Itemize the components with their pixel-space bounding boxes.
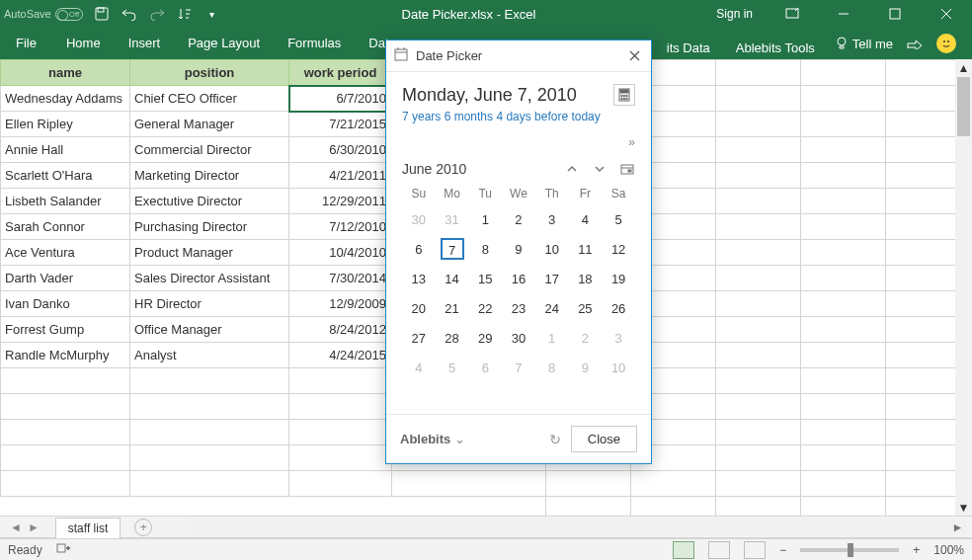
cell[interactable]: 7/12/2010	[289, 214, 392, 240]
cell[interactable]: Ace Ventura	[1, 240, 130, 266]
date-calculator-icon[interactable]	[613, 84, 635, 106]
tab-nav-prev-icon[interactable]: ◄	[10, 520, 22, 534]
cell[interactable]: Ellen Ripley	[1, 112, 130, 137]
calendar-day[interactable]: 11	[569, 234, 603, 264]
calendar-day[interactable]: 20	[402, 293, 436, 323]
calendar-day[interactable]: 17	[535, 264, 569, 293]
zoom-in-icon[interactable]: +	[913, 543, 920, 557]
cell[interactable]: 8/24/2012	[289, 317, 392, 343]
ablebits-brand[interactable]: Ablebits⌄	[400, 432, 465, 446]
expand-icon[interactable]: »	[628, 135, 635, 149]
calendar-day[interactable]: 6	[468, 353, 502, 382]
next-month-icon[interactable]	[592, 161, 608, 177]
cell[interactable]: Annie Hall	[1, 137, 130, 163]
calendar-day[interactable]: 12	[602, 234, 635, 264]
prev-month-icon[interactable]	[564, 161, 580, 177]
minimize-icon[interactable]	[822, 0, 865, 28]
calendar-day[interactable]: 1	[535, 323, 569, 353]
calendar-day[interactable]: 28	[436, 323, 469, 353]
tab-insert[interactable]: Insert	[115, 28, 175, 59]
calendar-day[interactable]: 30	[402, 204, 436, 234]
cell[interactable]	[130, 394, 289, 420]
qat-customize-icon[interactable]: ▾	[203, 5, 221, 23]
vertical-scrollbar[interactable]: ▲ ▼	[955, 59, 972, 516]
calendar-day[interactable]: 8	[535, 353, 569, 382]
col-header-name[interactable]: name	[1, 60, 130, 86]
cell[interactable]	[1, 368, 130, 394]
tab-nav-next-icon[interactable]: ►	[28, 520, 40, 534]
cell[interactable]: Lisbeth Salander	[1, 189, 130, 214]
scroll-thumb[interactable]	[957, 77, 970, 136]
calendar-day[interactable]: 10	[602, 353, 635, 382]
tellme[interactable]: Tell me	[835, 37, 893, 51]
cell[interactable]: Analyst	[130, 343, 289, 368]
cell[interactable]: Ivan Danko	[1, 291, 130, 317]
calendar-day[interactable]: 22	[468, 293, 502, 323]
undo-icon[interactable]	[121, 5, 138, 23]
calendar-day[interactable]: 4	[569, 204, 603, 234]
calendar-day[interactable]: 10	[535, 234, 569, 264]
cell[interactable]	[1, 445, 130, 471]
autosave-toggle[interactable]: AutoSave Off	[4, 8, 83, 21]
cell[interactable]	[130, 368, 289, 394]
cell[interactable]: Scarlett O'Hara	[1, 163, 130, 189]
cell[interactable]	[289, 394, 392, 420]
calendar-day[interactable]: 6	[402, 234, 436, 264]
scroll-down-icon[interactable]: ▼	[955, 499, 972, 516]
cell[interactable]	[130, 420, 289, 445]
calendar-day[interactable]: 14	[436, 264, 469, 293]
cell[interactable]: 7/30/2014	[289, 266, 392, 291]
calendar-day[interactable]: 21	[436, 293, 469, 323]
calendar-day[interactable]: 18	[569, 264, 603, 293]
calendar-day[interactable]: 8	[468, 234, 502, 264]
cell[interactable]	[289, 420, 392, 445]
cell[interactable]: Wednesday Addams	[1, 86, 130, 112]
tab-home[interactable]: Home	[52, 28, 115, 59]
tab-file[interactable]: File	[0, 28, 52, 59]
cell[interactable]: Randle McMurphy	[1, 343, 130, 368]
calendar-day[interactable]: 5	[602, 204, 635, 234]
calendar-day[interactable]: 9	[569, 353, 603, 382]
cell[interactable]	[289, 368, 392, 394]
tab-ablebits-data-partial[interactable]: its Data	[661, 33, 716, 55]
cell[interactable]: Marketing Director	[130, 163, 289, 189]
cell[interactable]: 12/9/2009	[289, 291, 392, 317]
cell[interactable]: 4/24/2015	[289, 343, 392, 368]
ribbon-display-options-icon[interactable]	[770, 0, 814, 28]
today-icon[interactable]	[619, 161, 635, 177]
share-icon[interactable]	[907, 36, 923, 52]
cell[interactable]	[289, 445, 392, 471]
cell[interactable]: Forrest Gump	[1, 317, 130, 343]
calendar-day[interactable]: 24	[535, 293, 569, 323]
feedback-smiley-icon[interactable]	[936, 34, 956, 53]
calendar-day[interactable]: 4	[402, 353, 436, 382]
cell[interactable]	[1, 420, 130, 445]
cell[interactable]: HR Director	[130, 291, 289, 317]
sort-icon[interactable]	[176, 5, 194, 23]
calendar-day[interactable]: 1	[468, 204, 502, 234]
cell[interactable]	[289, 471, 392, 497]
calendar-day[interactable]: 7	[436, 234, 469, 264]
cell[interactable]	[1, 471, 130, 497]
view-normal-icon[interactable]	[673, 541, 694, 559]
calendar-day[interactable]: 3	[602, 323, 635, 353]
tab-page-layout[interactable]: Page Layout	[174, 28, 274, 59]
cell[interactable]: Darth Vader	[1, 266, 130, 291]
calendar-day[interactable]: 29	[468, 323, 502, 353]
close-icon[interactable]	[925, 0, 968, 28]
calendar-day[interactable]: 25	[569, 293, 603, 323]
calendar-day[interactable]: 23	[502, 293, 535, 323]
signin-link[interactable]: Sign in	[716, 7, 753, 21]
hscroll-right-icon[interactable]: ►	[949, 519, 966, 535]
scroll-up-icon[interactable]: ▲	[955, 59, 972, 76]
hscroll-left-icon[interactable]: ◄	[192, 519, 208, 535]
redo-icon[interactable]	[148, 5, 166, 23]
calendar-day[interactable]: 3	[535, 204, 569, 234]
close-button[interactable]: Close	[571, 426, 637, 452]
cell[interactable]: Chief CEO Officer	[130, 86, 289, 112]
cell[interactable]	[1, 394, 130, 420]
calendar-day[interactable]: 26	[602, 293, 635, 323]
cell[interactable]: Office Manager	[130, 317, 289, 343]
cell[interactable]: Purchasing Director	[130, 214, 289, 240]
cell[interactable]: General Manager	[130, 112, 289, 137]
